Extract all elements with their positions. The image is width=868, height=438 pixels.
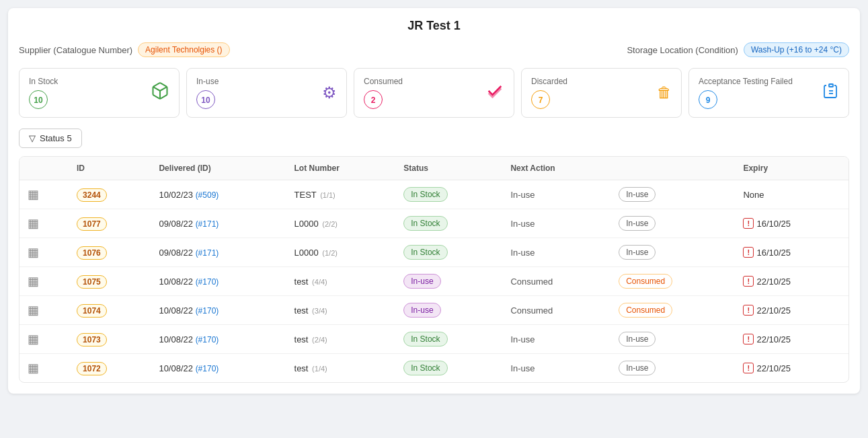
page-title: JR Test 1 (19, 19, 849, 33)
row-next-action-text: In-use (502, 354, 610, 383)
stat-consumed[interactable]: Consumed 2 (354, 68, 514, 118)
row-action-button[interactable]: In-use (610, 180, 735, 209)
expiry-value: 22/10/25 (756, 277, 791, 287)
col-status: Status (395, 157, 502, 180)
col-next-action-text: Next Action (502, 157, 610, 180)
col-id: ID (69, 157, 151, 180)
row-id: 1072 (69, 354, 151, 383)
stat-in-use-label: In-use (196, 77, 219, 86)
row-action-button[interactable]: In-use (610, 325, 735, 354)
row-lot: test (1/4) (286, 354, 396, 383)
row-action-button[interactable]: In-use (610, 238, 735, 267)
expiry-warn-icon: ! (743, 334, 754, 344)
stat-in-use[interactable]: In-use 10 ⚙ (186, 68, 347, 118)
expiry-row: ! 22/10/25 (743, 334, 840, 344)
table-row[interactable]: ▦ 1074 10/08/22 (#170) test (3/4) In-use… (19, 296, 849, 325)
expiry-warn-icon: ! (743, 247, 754, 258)
row-status: In Stock (395, 180, 502, 209)
expiry-row: ! 16/10/25 (743, 218, 840, 229)
stat-acceptance-failed-count: 9 (699, 90, 717, 109)
table-row[interactable]: ▦ 1075 10/08/22 (#170) test (4/4) In-use… (19, 267, 849, 296)
row-id: 1074 (69, 296, 151, 325)
filter-label: Status 5 (40, 133, 72, 143)
row-expiry: ! 22/10/25 (735, 267, 849, 296)
delivered-link[interactable]: (#170) (196, 306, 219, 316)
check-icon (485, 81, 504, 104)
col-next-action-btn (610, 157, 735, 180)
row-barcode-icon: ▦ (19, 209, 69, 238)
delivered-link[interactable]: (#171) (196, 248, 219, 258)
table-row[interactable]: ▦ 1076 09/08/22 (#171) L0000 (1/2) In St… (19, 238, 849, 267)
gear-icon: ⚙ (322, 83, 337, 102)
storage-label: Storage Location (Condition) (627, 45, 738, 55)
row-lot: L0000 (2/2) (286, 209, 396, 238)
row-barcode-icon: ▦ (19, 238, 69, 267)
row-next-action-text: Consumed (502, 267, 610, 296)
filter-bar: ▽ Status 5 (19, 129, 849, 148)
table-row[interactable]: ▦ 1072 10/08/22 (#170) test (1/4) In Sto… (19, 354, 849, 383)
stat-in-stock[interactable]: In Stock 10 (19, 68, 180, 118)
delivered-link[interactable]: (#509) (196, 190, 219, 200)
row-action-button[interactable]: Consumed (610, 267, 735, 296)
row-expiry: ! 16/10/25 (735, 209, 849, 238)
row-barcode-icon: ▦ (19, 354, 69, 383)
expiry-row: ! 22/10/25 (743, 276, 840, 287)
expiry-value: 22/10/25 (756, 305, 791, 316)
stat-discarded[interactable]: Discarded 7 🗑 (521, 68, 682, 118)
stat-discarded-label: Discarded (531, 77, 567, 86)
supplier-label: Supplier (Catalogue Number) (19, 45, 132, 55)
row-id: 3244 (69, 180, 151, 209)
row-id: 1077 (69, 209, 151, 238)
expiry-warn-icon: ! (743, 363, 754, 373)
row-status: In Stock (395, 354, 502, 383)
row-status: In Stock (395, 209, 502, 238)
supplier-info: Supplier (Catalogue Number) Agilent Tech… (19, 42, 230, 57)
expiry-warn-icon: ! (743, 218, 754, 229)
row-delivered: 10/02/23 (#509) (151, 180, 286, 209)
row-delivered: 09/08/22 (#171) (151, 238, 286, 267)
delivered-link[interactable]: (#170) (196, 335, 219, 344)
expiry-row: ! 16/10/25 (743, 247, 840, 258)
stat-in-stock-label: In Stock (29, 77, 58, 86)
row-status: In Stock (395, 325, 502, 354)
table-row[interactable]: ▦ 1077 09/08/22 (#171) L0000 (2/2) In St… (19, 209, 849, 238)
row-next-action-text: In-use (502, 180, 610, 209)
storage-badge: Wash-Up (+16 to +24 °C) (744, 42, 849, 57)
filter-icon: ▽ (29, 133, 36, 143)
expiry-row: ! 22/10/25 (743, 363, 840, 373)
expiry-row: ! 22/10/25 (743, 305, 840, 316)
delivered-link[interactable]: (#171) (196, 219, 219, 229)
stat-acceptance-failed[interactable]: Acceptance Testing Failed 9 (688, 68, 849, 118)
trash-icon: 🗑 (657, 84, 672, 102)
row-action-button[interactable]: In-use (610, 209, 735, 238)
row-next-action-text: In-use (502, 238, 610, 267)
stat-discarded-count: 7 (531, 90, 550, 109)
clipboard-icon (823, 83, 839, 103)
row-action-button[interactable]: In-use (610, 354, 735, 383)
row-expiry: None (735, 180, 849, 209)
delivered-link[interactable]: (#170) (196, 277, 219, 287)
expiry-value: 22/10/25 (756, 363, 791, 373)
row-lot: TEST (1/1) (286, 180, 396, 209)
table-row[interactable]: ▦ 3244 10/02/23 (#509) TEST (1/1) In Sto… (19, 180, 849, 209)
row-delivered: 10/08/22 (#170) (151, 325, 286, 354)
row-next-action-text: In-use (502, 325, 610, 354)
row-barcode-icon: ▦ (19, 180, 69, 209)
row-barcode-icon: ▦ (19, 296, 69, 325)
stat-acceptance-failed-label: Acceptance Testing Failed (699, 77, 793, 86)
items-table: ID Delivered (ID) Lot Number Status Next… (19, 157, 849, 382)
expiry-warn-icon: ! (743, 305, 754, 316)
row-lot: L0000 (1/2) (286, 238, 396, 267)
expiry-value: 16/10/25 (756, 248, 791, 258)
col-delivered: Delivered (ID) (151, 157, 286, 180)
row-status: In Stock (395, 238, 502, 267)
table-row[interactable]: ▦ 1073 10/08/22 (#170) test (2/4) In Sto… (19, 325, 849, 354)
row-next-action-text: In-use (502, 209, 610, 238)
row-delivered: 09/08/22 (#171) (151, 209, 286, 238)
stat-in-stock-count: 10 (29, 90, 48, 109)
expiry-value: 22/10/25 (756, 334, 791, 344)
storage-info: Storage Location (Condition) Wash-Up (+1… (627, 42, 849, 57)
delivered-link[interactable]: (#170) (196, 364, 219, 373)
status-filter-button[interactable]: ▽ Status 5 (19, 129, 82, 148)
row-action-button[interactable]: Consumed (610, 296, 735, 325)
